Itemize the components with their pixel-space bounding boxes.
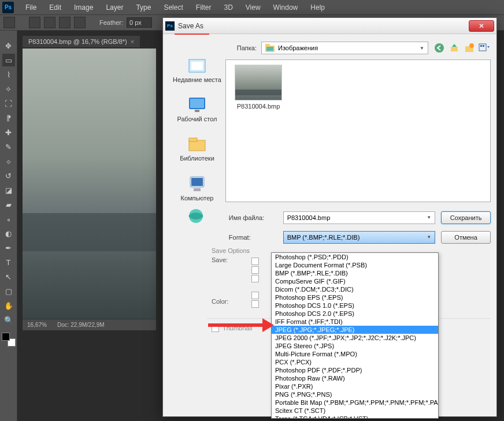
format-option[interactable]: IFF Format (*.IFF;*.TDI) (272, 318, 438, 326)
format-option[interactable]: Multi-Picture Format (*.MPO) (272, 350, 438, 358)
history-brush-icon[interactable]: ↺ (2, 169, 15, 182)
format-option[interactable]: Photoshop PDF (*.PDF;*.PDP) (272, 366, 438, 374)
zoom-tool-icon[interactable]: 🔍 (2, 314, 15, 326)
doc-info: Doc: 22,9M/22,9M (57, 322, 105, 328)
hand-tool-icon[interactable]: ✋ (2, 299, 15, 312)
view-menu-icon[interactable] (478, 42, 491, 54)
lasso-tool-icon[interactable]: ⌇ (2, 68, 15, 81)
svg-rect-5 (189, 140, 205, 151)
marquee-add-icon[interactable] (44, 17, 55, 28)
up-icon[interactable] (448, 42, 461, 54)
save-button[interactable]: Сохранить (441, 211, 491, 224)
fg-color-swatch[interactable] (2, 333, 10, 341)
svg-rect-9 (194, 188, 201, 191)
document-tab-title: P8310004.bmp @ 16,7% (RGB/8*) (28, 38, 127, 45)
menu-file[interactable]: File (20, 1, 42, 14)
back-icon[interactable] (433, 42, 446, 54)
place-computer[interactable]: Компьютер (171, 174, 224, 202)
photoshop-logo: Ps (2, 2, 14, 13)
format-option[interactable]: Photoshop DCS 2.0 (*.EPS) (272, 310, 438, 318)
marquee-int-icon[interactable] (74, 17, 86, 28)
format-option[interactable]: Scitex CT (*.SCT) (272, 407, 438, 415)
filename-label: Имя файла: (229, 214, 277, 221)
format-option[interactable]: JPEG (*.JPG;*.JPEG;*.JPE) (272, 326, 438, 334)
eraser-tool-icon[interactable]: ◪ (2, 184, 15, 196)
format-option[interactable]: PNG (*.PNG;*.PNS) (272, 390, 438, 398)
pen-tool-icon[interactable]: ✒ (2, 241, 15, 254)
chevron-down-icon[interactable]: ▼ (427, 215, 431, 220)
menu-image[interactable]: Image (68, 1, 99, 14)
blur-tool-icon[interactable]: ∘ (2, 213, 15, 225)
wand-tool-icon[interactable]: ✧ (2, 83, 15, 95)
format-option[interactable]: Photoshop DCS 1.0 (*.EPS) (272, 301, 438, 310)
format-option[interactable]: Portable Bit Map (*.PBM;*.PGM;*.PPM;*.PN… (272, 398, 438, 407)
menu-filter[interactable]: Filter (190, 1, 217, 14)
format-option[interactable]: JPEG 2000 (*.JPF;*.JPX;*.JP2;*.J2C;*.J2K… (272, 334, 438, 342)
format-option[interactable]: Photoshop Raw (*.RAW) (272, 374, 438, 382)
menu-window[interactable]: Window (268, 1, 304, 14)
menu-layer[interactable]: Layer (100, 1, 129, 14)
marquee-tool-icon[interactable]: ▭ (2, 54, 15, 66)
crop-tool-icon[interactable]: ⛶ (2, 97, 15, 110)
close-icon[interactable]: × (131, 38, 134, 45)
svg-rect-18 (480, 45, 482, 47)
place-desktop[interactable]: Рабочий стол (171, 95, 224, 123)
format-option[interactable]: Dicom (*.DCM;*.DC3;*.DIC) (272, 285, 438, 293)
path-tool-icon[interactable]: ↖ (2, 270, 15, 283)
menu-type[interactable]: Type (130, 1, 157, 14)
menu-help[interactable]: Help (305, 1, 331, 14)
cancel-button[interactable]: Отмена (441, 231, 491, 244)
checkbox[interactable] (251, 275, 259, 282)
eyedropper-tool-icon[interactable]: ⁋ (2, 111, 15, 124)
format-option[interactable]: Photoshop (*.PSD;*.PDD) (272, 253, 438, 261)
checkbox[interactable] (251, 266, 259, 274)
document-tab[interactable]: P8310004.bmp @ 16,7% (RGB/8*) × (22, 35, 140, 48)
format-option[interactable]: Targa (*.TGA;*.VDA;*.ICB;*.VST) (272, 415, 438, 419)
file-item[interactable]: P8310004.bmp (231, 65, 286, 110)
chevron-down-icon[interactable]: ▼ (427, 234, 431, 240)
format-option[interactable]: PCX (*.PCX) (272, 358, 438, 366)
place-recent[interactable]: Недавние места (171, 56, 224, 84)
close-button[interactable]: ✕ (469, 20, 494, 32)
format-option[interactable]: Large Document Format (*.PSB) (272, 261, 438, 269)
gradient-tool-icon[interactable]: ▰ (2, 198, 15, 211)
desktop-icon (187, 95, 207, 114)
menubar: Ps File Edit Image Layer Type Select Fil… (0, 0, 504, 14)
checkbox[interactable] (251, 258, 259, 265)
format-dropdown[interactable]: Photoshop (*.PSD;*.PDD)Large Document Fo… (271, 252, 439, 419)
color-swatches[interactable] (2, 333, 16, 347)
recent-icon (187, 56, 207, 74)
file-list[interactable]: P8310004.bmp (225, 59, 491, 202)
folder-select[interactable]: Изображения ▼ (261, 42, 428, 54)
menu-view[interactable]: View (240, 1, 266, 14)
dodge-tool-icon[interactable]: ◐ (2, 227, 15, 240)
filename-input[interactable]: P8310004.bmp ▼ (283, 211, 436, 224)
heal-tool-icon[interactable]: ✚ (2, 126, 15, 139)
checkbox[interactable] (251, 292, 259, 299)
place-libraries[interactable]: Библиотеки (171, 135, 224, 162)
chevron-down-icon: ▼ (420, 46, 424, 51)
tool-preset-icon[interactable] (3, 17, 15, 28)
new-folder-icon[interactable] (463, 42, 476, 54)
menu-edit[interactable]: Edit (43, 1, 67, 14)
feather-input[interactable] (127, 17, 152, 28)
move-tool-icon[interactable]: ✥ (2, 39, 15, 52)
dialog-title: Save As (178, 22, 469, 30)
type-tool-icon[interactable]: T (2, 256, 15, 269)
format-option[interactable]: Photoshop EPS (*.EPS) (272, 293, 438, 301)
format-option[interactable]: CompuServe GIF (*.GIF) (272, 277, 438, 285)
checkbox[interactable] (251, 300, 259, 308)
menu-3d[interactable]: 3D (218, 1, 238, 14)
svg-rect-1 (191, 62, 203, 70)
marquee-sub-icon[interactable] (59, 17, 71, 28)
format-option[interactable]: JPEG Stereo (*.JPS) (272, 342, 438, 350)
format-option[interactable]: Pixar (*.PXR) (272, 382, 438, 390)
stamp-tool-icon[interactable]: ⟐ (2, 155, 15, 167)
shape-tool-icon[interactable]: ▢ (2, 285, 15, 297)
file-thumbnail (235, 65, 282, 100)
marquee-mode-icon[interactable] (29, 17, 40, 28)
menu-select[interactable]: Select (158, 1, 188, 14)
format-option[interactable]: BMP (*.BMP;*.RLE;*.DIB) (272, 269, 438, 277)
format-select[interactable]: BMP (*.BMP;*.RLE;*.DIB) ▼ (283, 231, 436, 244)
brush-tool-icon[interactable]: ✎ (2, 140, 15, 153)
